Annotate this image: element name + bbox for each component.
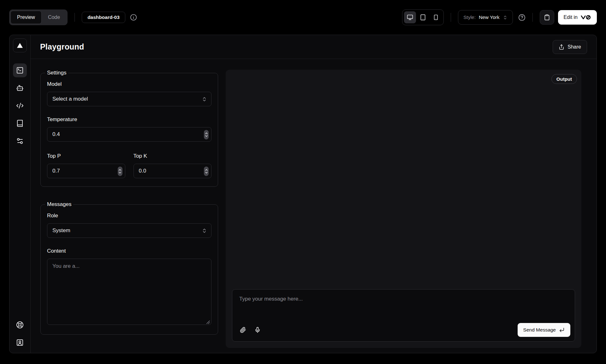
sidebar-item-account[interactable] <box>13 336 27 349</box>
logo-button[interactable] <box>13 38 27 52</box>
sidebar-nav <box>13 63 27 148</box>
divider <box>451 13 451 22</box>
help-icon[interactable] <box>518 14 526 21</box>
sidebar-item-settings[interactable] <box>13 134 27 148</box>
role-select-value: System <box>52 227 70 234</box>
main-grid: Settings Model Select a model Temperatur… <box>31 59 597 353</box>
page-title: Playground <box>40 42 84 51</box>
edit-in-v0-label: Edit in <box>564 15 578 20</box>
sidebar-footer <box>13 318 27 349</box>
v0-logo-icon <box>580 14 591 21</box>
microphone-button[interactable] <box>251 324 264 336</box>
content-area: Playground Share Settings Model Select a… <box>31 35 597 353</box>
messages-fieldset: Messages Role System Content <box>40 201 218 335</box>
sidebar-item-documentation[interactable] <box>13 116 27 130</box>
share-label: Share <box>567 44 581 50</box>
style-value: New York <box>479 15 499 20</box>
temperature-label: Temperature <box>47 116 211 123</box>
sidebar-item-help[interactable] <box>13 318 27 332</box>
smartphone-icon <box>433 15 439 20</box>
top-p-input[interactable] <box>47 164 125 178</box>
code-icon <box>16 102 24 109</box>
bot-icon <box>16 84 24 92</box>
content-textarea[interactable] <box>47 259 211 325</box>
tablet-view-button[interactable] <box>417 11 429 23</box>
book-icon <box>16 120 24 127</box>
preview-tab[interactable]: Preview <box>10 11 42 24</box>
clipboard-icon <box>544 14 550 21</box>
settings-sliders-icon <box>16 137 24 145</box>
info-icon[interactable] <box>130 14 137 21</box>
top-k-field[interactable] <box>139 168 206 174</box>
messages-legend: Messages <box>45 201 73 208</box>
triangle-logo-icon <box>16 42 23 49</box>
style-label: Style: <box>463 15 476 20</box>
chevrons-up-down-icon <box>202 97 207 102</box>
top-p-label: Top P <box>47 153 125 159</box>
project-badge[interactable]: dashboard-03 <box>82 12 125 23</box>
model-select-value: Select a model <box>52 96 88 102</box>
user-account-icon <box>16 339 24 346</box>
copy-button[interactable] <box>540 10 554 25</box>
share-icon <box>559 44 564 50</box>
sidebar-item-models[interactable] <box>13 81 27 95</box>
v0-preview-window: Preview Code dashboard-03 <box>0 0 606 364</box>
message-textarea[interactable] <box>237 293 570 315</box>
top-k-label: Top K <box>134 153 212 159</box>
top-toolbar: Preview Code dashboard-03 <box>0 0 606 35</box>
tablet-icon <box>420 14 426 21</box>
return-key-icon <box>559 327 565 333</box>
desktop-view-button[interactable] <box>404 11 416 23</box>
role-select[interactable]: System <box>47 223 211 238</box>
output-panel: Output Send Message <box>226 70 581 348</box>
style-dropdown[interactable]: Style: New York <box>458 10 513 25</box>
number-stepper-icon[interactable] <box>204 130 209 139</box>
send-message-button[interactable]: Send Message <box>518 323 570 337</box>
paperclip-icon <box>240 327 246 333</box>
output-badge: Output <box>551 74 577 84</box>
monitor-icon <box>407 14 413 21</box>
phone-view-button[interactable] <box>430 11 442 23</box>
square-terminal-icon <box>16 67 24 74</box>
sidebar <box>9 35 31 353</box>
temperature-input[interactable] <box>47 127 211 142</box>
chevrons-up-down-icon <box>202 228 207 233</box>
number-stepper-icon[interactable] <box>204 167 209 176</box>
chevrons-up-down-icon <box>503 15 508 20</box>
device-toggle-group <box>402 9 444 25</box>
role-label: Role <box>47 213 211 219</box>
divider <box>74 13 75 22</box>
view-toggle: Preview Code <box>9 9 68 25</box>
code-tab[interactable]: Code <box>42 11 66 24</box>
temperature-field[interactable] <box>52 131 206 138</box>
sidebar-item-playground[interactable] <box>13 63 27 77</box>
sidebar-item-api[interactable] <box>13 99 27 113</box>
send-message-label: Send Message <box>523 327 556 333</box>
edit-in-v0-button[interactable]: Edit in <box>558 10 597 25</box>
settings-legend: Settings <box>45 70 68 76</box>
top-k-input[interactable] <box>134 164 212 178</box>
top-p-field[interactable] <box>52 168 120 174</box>
app-frame: Playground Share Settings Model Select a… <box>9 35 597 353</box>
settings-form: Settings Model Select a model Temperatur… <box>40 70 218 348</box>
share-button[interactable]: Share <box>553 40 587 54</box>
mic-icon <box>254 327 261 333</box>
message-composer: Send Message <box>232 289 575 342</box>
model-label: Model <box>47 81 211 87</box>
model-select[interactable]: Select a model <box>47 92 211 106</box>
life-buoy-icon <box>16 321 24 329</box>
attach-file-button[interactable] <box>237 324 249 336</box>
number-stepper-icon[interactable] <box>118 167 122 176</box>
content-label: Content <box>47 248 211 254</box>
settings-fieldset: Settings Model Select a model Temperatur… <box>40 70 218 187</box>
resize-grip-icon[interactable] <box>206 320 210 324</box>
page-header: Playground Share <box>31 35 597 59</box>
divider <box>532 13 533 22</box>
